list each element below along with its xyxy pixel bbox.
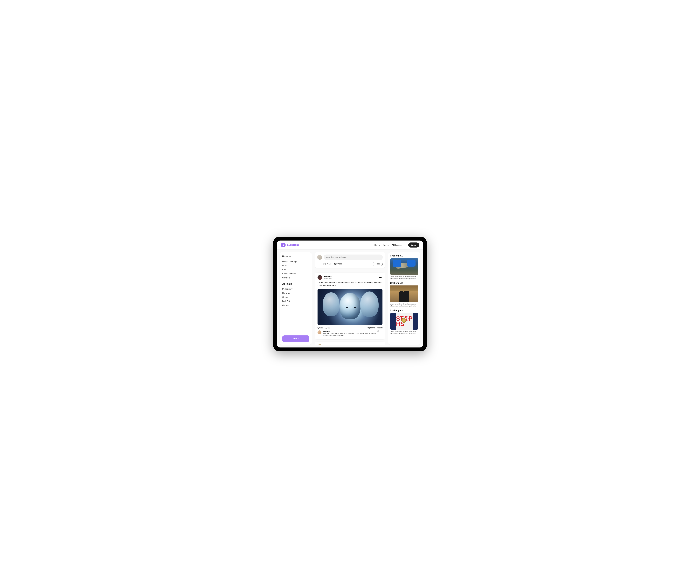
attach-video-label: Video bbox=[337, 263, 342, 265]
comment-like-count: 122 bbox=[380, 330, 382, 332]
popular-comment-label: Popular Comment bbox=[367, 327, 382, 329]
nav-ai-resource[interactable]: AI Resouce bbox=[392, 244, 405, 246]
sidebar-item-canvas[interactable]: Canvas bbox=[282, 303, 309, 307]
sidebar-item-midjourney[interactable]: Midjourney bbox=[282, 287, 309, 291]
sidebar-item-cartoon[interactable]: Cartoon bbox=[282, 276, 309, 280]
challenge-title: Challenge 1 bbox=[390, 255, 418, 257]
nav-ai-resource-label: AI Resouce bbox=[392, 244, 402, 246]
composer-post-button[interactable]: Post bbox=[373, 262, 383, 266]
like-count: 122 bbox=[320, 327, 323, 329]
attach-video-button[interactable]: Video bbox=[334, 263, 342, 265]
challenge-card[interactable]: Challenge 3 ST①PHS Lorem ipsum dolor sit… bbox=[390, 309, 418, 334]
sidebar: Popular Daily Challenge Meme Fun Fake Ce… bbox=[280, 252, 312, 345]
tablet-frame: Superfake Home Profile AI Resouce Login … bbox=[273, 237, 427, 351]
post-date: Posted date bbox=[324, 278, 332, 279]
nav-home[interactable]: Home bbox=[374, 244, 380, 246]
challenge-image bbox=[390, 258, 418, 275]
challenge-desc: Lorem ipsum dolor sit amet consectetur a… bbox=[390, 276, 418, 280]
sidebar-item-dalle3[interactable]: Dall-E 3 bbox=[282, 299, 309, 303]
brand-name: Superfake bbox=[287, 243, 299, 246]
svg-point-1 bbox=[324, 263, 324, 264]
challenge-card[interactable]: Challenge 2 Lorem ipsum dolor sit amet c… bbox=[390, 282, 418, 307]
sidebar-item-genai[interactable]: GenAI bbox=[282, 295, 309, 299]
video-icon bbox=[334, 263, 337, 265]
like-button[interactable]: 122 bbox=[318, 327, 323, 329]
right-rail: Challenge 1 Lorem ipsum dolor sit amet c… bbox=[388, 252, 420, 345]
heart-icon bbox=[377, 330, 379, 332]
login-button[interactable]: Login bbox=[408, 242, 419, 248]
challenge-image bbox=[390, 285, 418, 302]
challenge-desc: Lorem ipsum dolor sit amet consectetur a… bbox=[390, 303, 418, 307]
chevron-down-icon bbox=[403, 244, 405, 246]
comment-like-button[interactable]: 122 bbox=[377, 330, 382, 332]
attach-image-label: Image bbox=[326, 263, 332, 265]
challenge-desc: Lorem ipsum dolor sit amet consectetur a… bbox=[390, 331, 418, 334]
post-image[interactable] bbox=[318, 289, 382, 325]
composer: Image Video Post bbox=[315, 252, 385, 268]
challenge-card[interactable]: Challenge 1 Lorem ipsum dolor sit amet c… bbox=[390, 255, 418, 280]
comment-user[interactable]: ID name bbox=[323, 330, 376, 333]
challenge-image: ST①PHS bbox=[390, 313, 418, 330]
heart-icon bbox=[318, 327, 320, 329]
svg-rect-2 bbox=[334, 263, 336, 264]
challenge-title: Challenge 2 bbox=[390, 282, 418, 284]
post-user[interactable]: ID Name bbox=[324, 276, 332, 278]
comment-row: ID name Nice idea!! keep up the great wo… bbox=[318, 330, 382, 337]
prompt-input[interactable] bbox=[324, 255, 383, 260]
image-icon bbox=[323, 263, 326, 265]
post-card: ID name Posted date ••• Lorem ipsum dolo… bbox=[315, 342, 385, 345]
comment-text: Nice idea!! keep up the great work Nice … bbox=[323, 333, 376, 337]
nav-profile[interactable]: Profile bbox=[383, 244, 389, 246]
post-more-button[interactable]: ••• bbox=[379, 276, 382, 279]
brand-logo-icon bbox=[281, 243, 286, 247]
screen: Superfake Home Profile AI Resouce Login … bbox=[277, 241, 423, 347]
nav: Home Profile AI Resouce Login bbox=[374, 242, 419, 248]
post-card: ID Name Posted date ••• Lorem ipsum dolo… bbox=[315, 273, 385, 339]
post-body: Lorem ipsum dolor sit amet consectetur e… bbox=[318, 281, 382, 287]
sidebar-item-fake-celebrity[interactable]: Fake Celebrity bbox=[282, 272, 309, 276]
sidebar-item-fun[interactable]: Fun bbox=[282, 268, 309, 272]
sidebar-tools-list: Midjourney Runway GenAI Dall-E 3 Canvas bbox=[282, 287, 309, 307]
comment-icon bbox=[325, 327, 328, 329]
sidebar-popular-title: Popular bbox=[282, 255, 309, 258]
comment-button[interactable]: 12 bbox=[325, 327, 330, 329]
sidebar-item-daily-challenge[interactable]: Daily Challenge bbox=[282, 259, 309, 263]
topbar: Superfake Home Profile AI Resouce Login bbox=[277, 241, 423, 249]
brand[interactable]: Superfake bbox=[281, 243, 299, 247]
sidebar-item-runway[interactable]: Runway bbox=[282, 291, 309, 295]
sidebar-post-button[interactable]: POST bbox=[282, 335, 309, 342]
composer-avatar[interactable] bbox=[317, 255, 322, 260]
sidebar-popular-list: Daily Challenge Meme Fun Fake Celebrity … bbox=[282, 259, 309, 280]
sidebar-item-meme[interactable]: Meme bbox=[282, 263, 309, 268]
challenge-title: Challenge 3 bbox=[390, 309, 418, 312]
comment-count: 12 bbox=[328, 327, 330, 329]
content: Popular Daily Challenge Meme Fun Fake Ce… bbox=[277, 249, 423, 347]
post-avatar[interactable] bbox=[318, 275, 322, 280]
comment-avatar[interactable] bbox=[318, 330, 321, 334]
attach-image-button[interactable]: Image bbox=[323, 263, 332, 265]
post-avatar[interactable] bbox=[318, 344, 322, 345]
feed: Image Video Post ID bbox=[315, 252, 385, 345]
sidebar-tools-title: AI Tools bbox=[282, 283, 309, 285]
